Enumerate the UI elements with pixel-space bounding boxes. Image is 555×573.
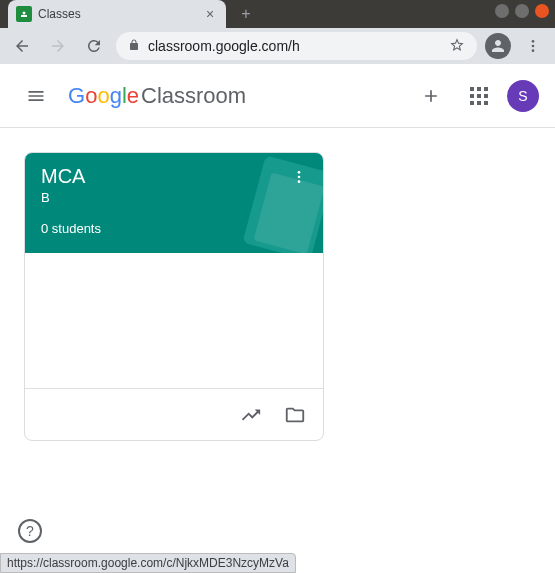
browser-tab[interactable]: Classes × bbox=[8, 0, 226, 28]
class-grid: MCA B 0 students bbox=[0, 128, 555, 465]
svg-point-5 bbox=[532, 49, 535, 52]
chrome-profile-button[interactable] bbox=[485, 33, 511, 59]
url-text: classroom.google.com/h bbox=[148, 38, 300, 54]
svg-point-3 bbox=[532, 40, 535, 43]
apps-grid-icon bbox=[470, 87, 488, 105]
new-tab-button[interactable]: + bbox=[234, 2, 258, 26]
reload-button[interactable] bbox=[80, 32, 108, 60]
svg-point-4 bbox=[532, 45, 535, 48]
browser-toolbar: classroom.google.com/h bbox=[0, 28, 555, 64]
create-join-button[interactable] bbox=[411, 76, 451, 116]
account-avatar[interactable]: S bbox=[507, 80, 539, 112]
chrome-menu-button[interactable] bbox=[519, 32, 547, 60]
close-window-button[interactable] bbox=[535, 4, 549, 18]
forward-button[interactable] bbox=[44, 32, 72, 60]
tab-title: Classes bbox=[38, 7, 196, 21]
card-header[interactable]: MCA B 0 students bbox=[25, 153, 323, 253]
minimize-button[interactable] bbox=[495, 4, 509, 18]
card-footer bbox=[25, 388, 323, 440]
window-controls bbox=[495, 4, 549, 18]
google-apps-button[interactable] bbox=[459, 76, 499, 116]
svg-point-9 bbox=[298, 176, 301, 179]
class-title: MCA bbox=[41, 165, 307, 188]
main-menu-button[interactable] bbox=[16, 76, 56, 116]
card-more-button[interactable] bbox=[283, 161, 315, 193]
link-status-bar: https://classroom.google.com/c/NjkxMDE3N… bbox=[0, 553, 296, 573]
class-section: B bbox=[41, 190, 307, 205]
bookmark-star-icon[interactable] bbox=[449, 37, 465, 56]
folder-button[interactable] bbox=[275, 395, 315, 435]
class-students-count: 0 students bbox=[41, 221, 307, 236]
google-classroom-logo[interactable]: Google Classroom bbox=[68, 83, 246, 109]
back-button[interactable] bbox=[8, 32, 36, 60]
svg-point-10 bbox=[298, 180, 301, 183]
svg-point-8 bbox=[298, 171, 301, 174]
gradebook-button[interactable] bbox=[231, 395, 271, 435]
classroom-favicon bbox=[16, 6, 32, 22]
svg-point-1 bbox=[23, 12, 26, 15]
browser-titlebar: Classes × + bbox=[0, 0, 555, 28]
classroom-header: Google Classroom S bbox=[0, 64, 555, 128]
svg-rect-2 bbox=[21, 15, 27, 17]
maximize-button[interactable] bbox=[515, 4, 529, 18]
class-card[interactable]: MCA B 0 students bbox=[24, 152, 324, 441]
help-button[interactable]: ? bbox=[18, 519, 42, 543]
lock-icon bbox=[128, 38, 140, 55]
card-body bbox=[25, 253, 323, 388]
close-tab-icon[interactable]: × bbox=[202, 6, 218, 22]
page-content: Google Classroom S bbox=[0, 64, 555, 573]
address-bar[interactable]: classroom.google.com/h bbox=[116, 32, 477, 60]
